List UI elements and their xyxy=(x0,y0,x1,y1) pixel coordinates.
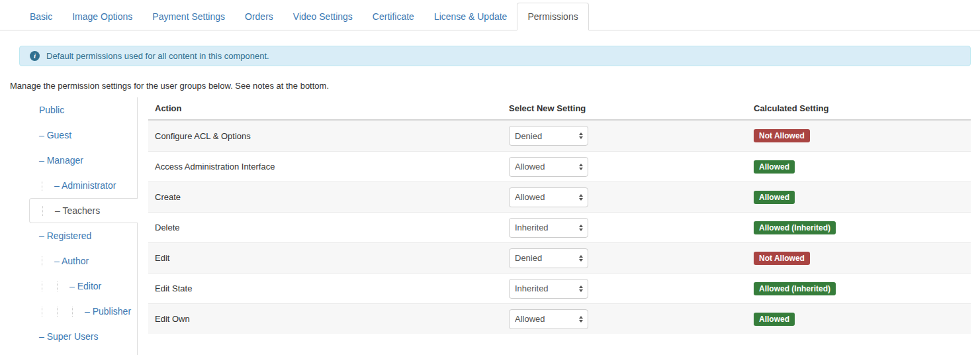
setting-select-wrap: Denied xyxy=(509,126,588,146)
action-label: Edit xyxy=(148,253,502,263)
tab-image-options[interactable]: Image Options xyxy=(62,3,142,30)
group-label: Public xyxy=(39,105,64,115)
sidebar-divider xyxy=(137,97,138,355)
calculated-setting-badge: Allowed xyxy=(754,313,795,326)
permission-row-access-administration-interface: Access Administration InterfaceAllowedAl… xyxy=(148,151,971,181)
action-label: Delete xyxy=(148,223,502,232)
tab-basic[interactable]: Basic xyxy=(20,3,62,30)
permission-row-edit: EditDeniedNot Allowed xyxy=(148,242,971,273)
setting-select-wrap: Inherited xyxy=(509,279,588,299)
group-item-editor[interactable]: – Editor xyxy=(9,274,138,299)
tab-permissions[interactable]: Permissions xyxy=(517,3,588,30)
group-item-registered[interactable]: – Registered xyxy=(9,223,138,248)
action-label: Create xyxy=(148,192,502,202)
tab-video-settings[interactable]: Video Settings xyxy=(283,3,363,30)
setting-select-wrap: Denied xyxy=(509,248,588,268)
group-item-author[interactable]: – Author xyxy=(9,248,138,274)
hierarchy-dotted-line xyxy=(42,206,55,216)
permission-row-create: CreateAllowedAllowed xyxy=(148,181,971,212)
calculated-setting-badge: Allowed (Inherited) xyxy=(754,221,836,234)
setting-select-wrap: Allowed xyxy=(509,187,588,207)
setting-select-wrap: Inherited xyxy=(509,218,588,238)
permissions-layout: Public– Guest– Manager– Administrator– T… xyxy=(0,97,980,355)
group-label: – Guest xyxy=(39,130,71,140)
group-item-manager[interactable]: – Manager xyxy=(9,148,138,173)
tab-orders[interactable]: Orders xyxy=(235,3,283,30)
action-label: Configure ACL & Options xyxy=(148,131,502,141)
group-label: – Publisher xyxy=(85,306,131,317)
setting-select-create[interactable]: Allowed xyxy=(509,187,588,207)
user-group-sidebar: Public– Guest– Manager– Administrator– T… xyxy=(9,97,138,355)
group-item-publisher[interactable]: – Publisher xyxy=(9,299,138,324)
column-header-select-new-setting: Select New Setting xyxy=(502,103,747,113)
hierarchy-dotted-line xyxy=(57,281,69,291)
setting-select-edit[interactable]: Denied xyxy=(509,248,588,268)
setting-select-edit-state[interactable]: Inherited xyxy=(509,279,588,299)
permission-row-edit-own: Edit OwnAllowedAllowed xyxy=(148,303,971,334)
group-label: – Super Users xyxy=(39,331,98,342)
permissions-table-body: Configure ACL & OptionsDeniedNot Allowed… xyxy=(148,121,971,334)
group-item-guest[interactable]: – Guest xyxy=(9,123,138,148)
hierarchy-dotted-line xyxy=(42,256,54,266)
tab-certificate[interactable]: Certificate xyxy=(363,3,424,30)
group-label: – Registered xyxy=(39,230,91,241)
group-label: – Teachers xyxy=(55,205,100,216)
setting-select-delete[interactable]: Inherited xyxy=(509,218,588,238)
group-item-teachers[interactable]: – Teachers xyxy=(29,198,138,223)
alert-text: Default permissions used for all content… xyxy=(46,51,269,61)
group-label: – Manager xyxy=(39,155,83,166)
action-label: Access Administration Interface xyxy=(148,162,502,172)
permission-row-delete: DeleteInheritedAllowed (Inherited) xyxy=(148,212,971,242)
tab-payment-settings[interactable]: Payment Settings xyxy=(142,3,235,30)
info-icon: i xyxy=(30,51,40,61)
setting-select-wrap: Allowed xyxy=(509,309,588,329)
tab-license-update[interactable]: License & Update xyxy=(424,3,517,30)
permission-row-edit-state: Edit StateInheritedAllowed (Inherited) xyxy=(148,273,971,303)
action-label: Edit State xyxy=(148,283,502,293)
permission-row-configure-acl-options: Configure ACL & OptionsDeniedNot Allowed xyxy=(148,121,971,151)
calculated-setting-badge: Not Allowed xyxy=(754,129,810,142)
setting-select-configure-acl-options[interactable]: Denied xyxy=(509,126,588,146)
group-label: – Author xyxy=(54,256,89,266)
setting-select-access-administration-interface[interactable]: Allowed xyxy=(509,157,588,177)
permissions-table-header: Action Select New Setting Calculated Set… xyxy=(148,97,971,121)
hierarchy-dotted-line xyxy=(72,307,85,317)
user-group-list: Public– Guest– Manager– Administrator– T… xyxy=(9,97,138,349)
tab-bar: BasicImage OptionsPayment SettingsOrders… xyxy=(0,0,980,30)
hierarchy-dotted-line xyxy=(42,307,54,317)
calculated-setting-badge: Allowed (Inherited) xyxy=(754,282,836,295)
action-label: Edit Own xyxy=(148,314,502,324)
calculated-setting-badge: Not Allowed xyxy=(754,252,810,265)
group-item-super-users[interactable]: – Super Users xyxy=(9,324,138,349)
group-label: – Administrator xyxy=(54,180,116,191)
hierarchy-dotted-line xyxy=(42,281,54,291)
group-label: – Editor xyxy=(69,281,101,291)
group-item-public[interactable]: Public xyxy=(9,97,138,123)
hierarchy-dotted-line xyxy=(42,181,54,191)
permissions-table: Action Select New Setting Calculated Set… xyxy=(148,97,971,334)
info-alert: i Default permissions used for all conte… xyxy=(19,46,971,66)
column-header-calculated-setting: Calculated Setting xyxy=(747,103,971,113)
column-header-action: Action xyxy=(148,103,502,113)
page-description: Manage the permission settings for the u… xyxy=(10,81,980,91)
setting-select-wrap: Allowed xyxy=(509,157,588,177)
calculated-setting-badge: Allowed xyxy=(754,160,795,174)
group-item-administrator[interactable]: – Administrator xyxy=(9,173,138,198)
hierarchy-dotted-line xyxy=(57,307,69,317)
calculated-setting-badge: Allowed xyxy=(754,191,795,204)
setting-select-edit-own[interactable]: Allowed xyxy=(509,309,588,329)
